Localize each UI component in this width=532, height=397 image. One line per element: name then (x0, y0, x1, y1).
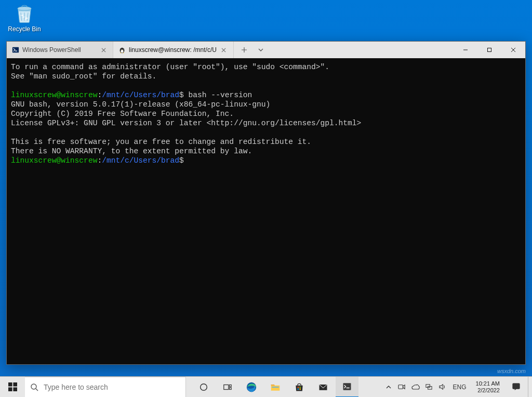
taskview-icon (223, 382, 232, 392)
svg-point-6 (121, 49, 122, 49)
svg-rect-23 (299, 388, 301, 390)
output-line: To run a command as administrator (user … (11, 63, 329, 71)
recycle-bin[interactable]: Recycle Bin (6, 3, 43, 33)
close-icon (101, 48, 106, 52)
svg-rect-16 (230, 385, 232, 387)
output-line: Copyright (C) 2019 Free Software Foundat… (11, 110, 234, 118)
svg-rect-10 (13, 382, 17, 387)
taskbar: ENG 10:21 AM 2/2/2022 (0, 376, 532, 397)
svg-rect-20 (298, 387, 299, 388)
show-desktop-button[interactable] (528, 377, 531, 398)
svg-rect-26 (398, 385, 403, 389)
tux-icon (118, 46, 126, 54)
maximize-button[interactable] (477, 42, 501, 58)
tray-meet-now[interactable] (397, 377, 407, 398)
taskbar-taskview[interactable] (216, 377, 239, 398)
output-line: There is NO WARRANTY, to the extent perm… (11, 147, 252, 155)
windows-logo-icon (8, 382, 17, 391)
minimize-icon (463, 47, 468, 52)
system-tray: ENG 10:21 AM 2/2/2022 (379, 377, 533, 398)
search-icon (30, 383, 38, 391)
tray-volume[interactable] (437, 377, 448, 398)
taskbar-search[interactable] (25, 377, 186, 398)
svg-rect-19 (272, 387, 278, 388)
recycle-bin-icon (14, 3, 35, 24)
close-button[interactable] (501, 42, 525, 58)
tab-dropdown-button[interactable] (254, 43, 268, 57)
tab-title: Windows PowerShell (22, 46, 96, 54)
svg-rect-9 (8, 382, 12, 387)
taskbar-explorer[interactable] (264, 377, 287, 398)
terminal-body[interactable]: To run a command as administrator (user … (7, 58, 525, 364)
plus-icon (241, 47, 247, 53)
recycle-bin-label: Recycle Bin (6, 25, 43, 33)
output-line: This is free software; you are free to c… (11, 138, 311, 146)
window-controls (454, 42, 525, 58)
taskbar-edge[interactable] (240, 377, 263, 398)
svg-rect-1 (12, 47, 19, 53)
close-icon (221, 48, 226, 52)
tab-close-button[interactable] (99, 46, 108, 54)
minimize-button[interactable] (454, 42, 477, 58)
prompt-user: linuxscrew@winscrew (11, 156, 97, 165)
network-icon (425, 383, 433, 391)
output-line: License GPLv3+: GNU GPL version 3 or lat… (11, 119, 361, 127)
prompt-sep: : (97, 91, 102, 99)
tray-language[interactable]: ENG (451, 377, 469, 398)
start-button[interactable] (0, 377, 25, 398)
tray-network[interactable] (424, 377, 434, 398)
clock-time: 10:21 AM (476, 380, 500, 387)
taskbar-cortana[interactable] (192, 377, 215, 398)
powershell-icon (12, 46, 19, 54)
maximize-icon (487, 47, 492, 52)
titlebar-drag-area[interactable] (268, 42, 454, 58)
svg-point-0 (18, 7, 31, 10)
svg-rect-22 (298, 388, 299, 390)
chevron-up-icon (386, 385, 391, 390)
terminal-icon (342, 381, 352, 392)
command: bash --version (184, 91, 252, 99)
svg-point-13 (31, 384, 36, 389)
tray-clock[interactable]: 10:21 AM 2/2/2022 (472, 380, 504, 394)
cortana-icon (199, 382, 208, 392)
chevron-down-icon (258, 47, 264, 53)
clock-date: 2/2/2022 (476, 387, 500, 394)
prompt-path: /mnt/c/Users/brad (102, 91, 179, 99)
svg-rect-12 (13, 387, 17, 391)
new-tab-button[interactable] (237, 43, 251, 57)
edge-icon (246, 381, 257, 393)
taskbar-pinned (192, 377, 358, 398)
svg-rect-29 (512, 383, 519, 389)
prompt-symbol: $ (179, 91, 184, 99)
notification-icon (512, 382, 521, 391)
svg-point-7 (123, 49, 123, 49)
titlebar: Windows PowerShell linuxscrew@winscrew: … (7, 42, 525, 58)
tab-close-button[interactable] (220, 46, 228, 54)
taskbar-store[interactable] (288, 377, 311, 398)
svg-point-3 (121, 50, 123, 53)
tray-onedrive[interactable] (410, 377, 421, 398)
tab-strip: Windows PowerShell linuxscrew@winscrew: … (7, 42, 234, 58)
svg-rect-21 (299, 387, 301, 388)
taskbar-mail[interactable] (312, 377, 335, 398)
close-icon (511, 47, 516, 52)
camera-icon (398, 383, 406, 391)
taskbar-terminal[interactable] (336, 377, 358, 398)
watermark: wsxdn.com (497, 368, 526, 374)
tab-title: linuxscrew@winscrew: /mnt/c/U (129, 46, 217, 54)
svg-point-14 (201, 383, 207, 390)
svg-rect-17 (230, 387, 232, 389)
prompt-user: linuxscrew@winscrew (11, 91, 97, 99)
tray-overflow[interactable] (383, 377, 394, 398)
tab-wsl[interactable]: linuxscrew@winscrew: /mnt/c/U (113, 42, 234, 58)
terminal-window: Windows PowerShell linuxscrew@winscrew: … (6, 41, 526, 365)
tabbar-controls (234, 42, 268, 58)
output-line: See "man sudo_root" for details. (11, 72, 156, 81)
volume-icon (438, 383, 446, 391)
mail-icon (318, 382, 328, 392)
tray-notifications[interactable] (507, 377, 525, 398)
tab-powershell[interactable]: Windows PowerShell (7, 42, 113, 58)
svg-rect-11 (8, 387, 12, 391)
store-icon (294, 382, 304, 392)
search-input[interactable] (44, 377, 180, 397)
